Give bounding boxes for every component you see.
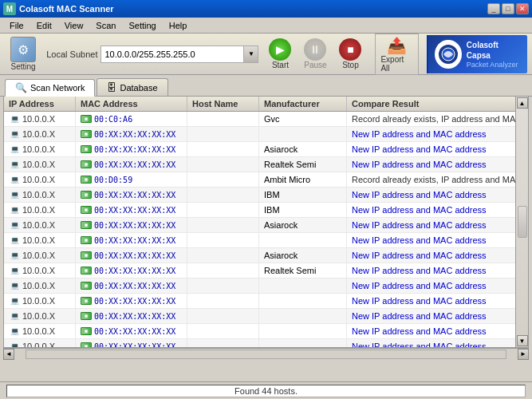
setting-icon: ⚙ [10, 37, 36, 62]
title-bar: M Colasoft MAC Scanner _ □ ✕ [0, 0, 532, 18]
table-row[interactable]: 💻10.0.0.X▣00:XX:XX:XX:XX:XXIBMNew IP add… [4, 188, 528, 203]
export-button[interactable]: 📤 Export All [375, 34, 419, 75]
ip-text: 10.0.0.X [22, 266, 55, 275]
table-row[interactable]: 💻10.0.0.X▣00:XX:XX:XX:XX:XXIBMNew IP add… [4, 203, 528, 218]
minimize-button[interactable]: _ [487, 3, 500, 14]
cell-mac: ▣00:XX:XX:XX:XX:XX [76, 203, 187, 217]
table-row[interactable]: 💻10.0.0.X▣00:XX:XX:XX:XX:XXRealtek SemiN… [4, 157, 528, 172]
ip-text: 10.0.0.X [22, 281, 55, 290]
cell-compare-result: Record already exists, IP address and MA… [347, 112, 528, 126]
table-row[interactable]: 💻10.0.0.X▣00:XX:XX:XX:XX:XXNew IP addres… [4, 127, 528, 142]
menu-view[interactable]: View [58, 19, 90, 32]
table-row[interactable]: 💻10.0.0.X▣00:XX:XX:XX:XX:XXNew IP addres… [4, 233, 528, 248]
cell-host [187, 157, 259, 172]
mac-text: 00:XX:XX:XX:XX:XX [94, 297, 175, 306]
table-row[interactable]: 💻10.0.0.X▣00:XX:XX:XX:XX:XXAsiarockNew I… [4, 142, 528, 157]
capsa-banner[interactable]: Colasoft Capsa Packet Analyzer [427, 35, 527, 73]
ip-text: 10.0.0.X [22, 251, 55, 260]
mac-icon: ▣ [81, 251, 92, 259]
menu-help[interactable]: Help [163, 19, 194, 32]
menu-file[interactable]: File [3, 19, 30, 32]
toolbar: ⚙ Setting Local Subnet ▼ ▶ Start ⏸ Pause… [0, 34, 532, 75]
scroll-down-button[interactable]: ▼ [517, 335, 528, 346]
tab-scan-network[interactable]: 🔍 Scan Network [5, 79, 95, 97]
cell-manufacturer [259, 324, 347, 338]
table-row[interactable]: 💻10.0.0.X▣00:XX:XX:XX:XX:XXNew IP addres… [4, 339, 528, 347]
table-header: IP Address MAC Address Host Name Manufac… [4, 97, 528, 112]
tab-database[interactable]: 🗄 Database [97, 78, 167, 96]
cell-ip: 💻10.0.0.X [4, 142, 76, 156]
cell-manufacturer: IBM [259, 188, 347, 202]
table-row[interactable]: 💻10.0.0.X▣00:XX:XX:XX:XX:XXAsiarockNew I… [4, 248, 528, 263]
table-row[interactable]: 💻10.0.0.X▣00:XX:XX:XX:XX:XXNew IP addres… [4, 309, 528, 324]
table-row[interactable]: 💻10.0.0.X▣00:C0:A6GvcRecord already exis… [4, 112, 528, 127]
start-button[interactable]: ▶ Start [263, 37, 297, 71]
ip-text: 10.0.0.X [22, 144, 55, 154]
cell-ip: 💻10.0.0.X [4, 218, 76, 232]
cell-manufacturer: Realtek Semi [259, 263, 347, 278]
table-row[interactable]: 💻10.0.0.X▣00:D0:59Ambit MicroRecord alre… [4, 172, 528, 188]
cell-compare-result: New IP address and MAC address [347, 248, 528, 263]
cell-manufacturer [259, 294, 347, 308]
cell-host [187, 279, 259, 293]
cell-compare-result: New IP address and MAC address [347, 263, 528, 278]
cell-mac: ▣00:XX:XX:XX:XX:XX [76, 157, 187, 172]
mac-text: 00:XX:XX:XX:XX:XX [94, 327, 175, 336]
menu-setting[interactable]: Setting [122, 19, 162, 32]
cell-ip: 💻10.0.0.X [4, 309, 76, 323]
stop-button[interactable]: ■ Stop [333, 37, 367, 71]
cell-compare-result: New IP address and MAC address [347, 294, 528, 308]
setting-button[interactable]: ⚙ Setting [5, 37, 41, 71]
cell-ip: 💻10.0.0.X [4, 203, 76, 217]
device-icon: 💻 [9, 174, 20, 185]
mac-text: 00:C0:A6 [94, 115, 132, 124]
scroll-right-button[interactable]: ► [518, 349, 529, 360]
capsa-logo-svg [437, 43, 459, 65]
scroll-left-button[interactable]: ◄ [3, 349, 14, 360]
device-icon: 💻 [9, 295, 20, 306]
mac-text: 00:XX:XX:XX:XX:XX [94, 236, 175, 245]
horizontal-scrollbar[interactable]: ◄ ► [3, 348, 529, 359]
menu-edit[interactable]: Edit [30, 19, 58, 32]
mac-text: 00:XX:XX:XX:XX:XX [94, 191, 175, 200]
cell-host [187, 324, 259, 338]
scroll-up-button[interactable]: ▲ [517, 97, 528, 109]
pause-button[interactable]: ⏸ Pause [298, 37, 332, 71]
subnet-dropdown-button[interactable]: ▼ [244, 45, 258, 63]
cell-mac: ▣00:XX:XX:XX:XX:XX [76, 279, 187, 293]
export-label: Export All [380, 55, 413, 73]
ip-text: 10.0.0.X [22, 160, 55, 169]
device-icon: 💻 [9, 128, 20, 140]
cell-ip: 💻10.0.0.X [4, 294, 76, 308]
table-row[interactable]: 💻10.0.0.X▣00:XX:XX:XX:XX:XXNew IP addres… [4, 294, 528, 309]
subnet-input[interactable] [100, 45, 244, 63]
cell-compare-result: New IP address and MAC address [347, 339, 528, 347]
cell-manufacturer: Gvc [259, 112, 347, 126]
cell-mac: ▣00:XX:XX:XX:XX:XX [76, 324, 187, 338]
subnet-label: Local Subnet [46, 49, 97, 59]
mac-icon: ▣ [81, 115, 92, 123]
tab-database-label: Database [120, 83, 157, 93]
device-icon: 💻 [9, 235, 20, 246]
scroll-thumb[interactable] [518, 206, 527, 238]
subnet-combo[interactable]: ▼ [100, 45, 258, 63]
cell-host [187, 142, 259, 156]
mac-icon: ▣ [81, 130, 92, 138]
mac-text: 00:XX:XX:XX:XX:XX [94, 206, 175, 215]
table-row[interactable]: 💻10.0.0.X▣00:XX:XX:XX:XX:XXNew IP addres… [4, 324, 528, 339]
ip-text: 10.0.0.X [22, 190, 55, 200]
table-body: 💻10.0.0.X▣00:C0:A6GvcRecord already exis… [4, 112, 528, 347]
maximize-button[interactable]: □ [502, 3, 514, 14]
menu-scan[interactable]: Scan [89, 19, 122, 32]
vertical-scrollbar[interactable]: ▲ ▼ [515, 97, 528, 347]
cell-mac: ▣00:XX:XX:XX:XX:XX [76, 294, 187, 308]
cell-host [187, 294, 259, 308]
device-icon: 💻 [9, 113, 20, 124]
cell-compare-result: New IP address and MAC address [347, 218, 528, 232]
close-button[interactable]: ✕ [516, 3, 529, 14]
table-row[interactable]: 💻10.0.0.X▣00:XX:XX:XX:XX:XXRealtek SemiN… [4, 263, 528, 279]
cell-manufacturer [259, 279, 347, 293]
table-row[interactable]: 💻10.0.0.X▣00:XX:XX:XX:XX:XXNew IP addres… [4, 279, 528, 294]
app-icon: M [3, 2, 16, 15]
table-row[interactable]: 💻10.0.0.X▣00:XX:XX:XX:XX:XXAsiarockNew I… [4, 218, 528, 233]
